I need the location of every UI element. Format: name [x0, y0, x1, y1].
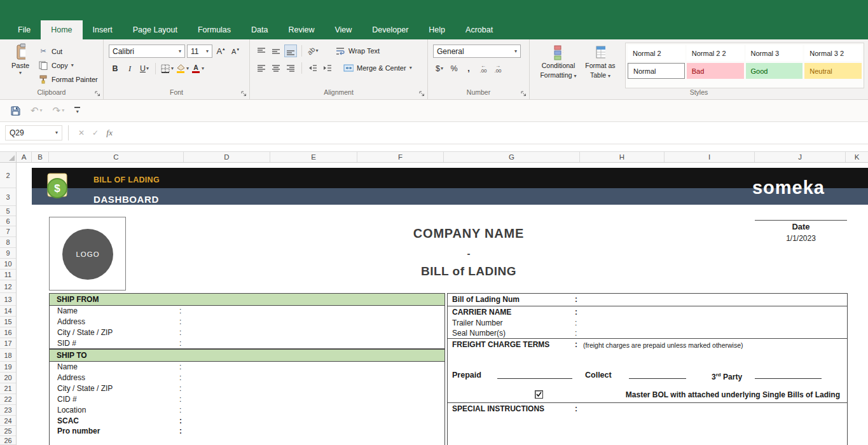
cell-style-neutral[interactable]: Neutral — [804, 63, 862, 79]
font-color-button[interactable]: A ▾ — [191, 62, 204, 75]
wrap-text-button[interactable]: Wrap Text — [335, 47, 380, 55]
row-header[interactable]: 18 — [0, 349, 16, 362]
formula-input[interactable] — [116, 125, 865, 140]
align-right-button[interactable] — [284, 62, 297, 74]
middle-align-button[interactable] — [270, 44, 282, 57]
column-header-i[interactable]: I — [665, 152, 755, 162]
format-as-table-button[interactable]: Format as Table ▾ — [579, 43, 621, 88]
decrease-indent-button[interactable] — [307, 62, 319, 74]
italic-button[interactable]: I — [123, 62, 136, 75]
number-format-select[interactable]: General ▾ — [433, 44, 521, 58]
format-painter-button[interactable]: Format Painter — [38, 74, 98, 85]
column-header-j[interactable]: J — [755, 152, 846, 162]
tab-view[interactable]: View — [324, 20, 362, 39]
column-header-e[interactable]: E — [270, 152, 357, 162]
row-header[interactable]: 17 — [0, 338, 16, 349]
column-header-g[interactable]: G — [444, 152, 580, 162]
orientation-button[interactable]: ab▾ — [307, 44, 319, 57]
align-left-button[interactable] — [255, 62, 268, 74]
tab-insert[interactable]: Insert — [83, 20, 123, 39]
cell-style-good[interactable]: Good — [746, 63, 803, 79]
borders-button[interactable]: ▾ — [160, 62, 174, 75]
column-header-h[interactable]: H — [580, 152, 665, 162]
undo-button[interactable]: ↶▾ — [27, 103, 46, 118]
cell-style-normal[interactable]: Normal — [628, 63, 685, 79]
master-bol-checkbox[interactable] — [535, 390, 543, 399]
row-header[interactable]: 20 — [0, 373, 16, 383]
decrease-font-button[interactable]: A▾ — [229, 45, 242, 58]
number-dialog-launcher[interactable] — [520, 90, 527, 97]
row-header[interactable]: 21 — [0, 383, 16, 394]
row-header[interactable]: 10 — [0, 259, 16, 270]
increase-decimal-button[interactable]: ←.00 — [477, 62, 490, 75]
row-header[interactable]: 16 — [0, 327, 16, 338]
tab-home[interactable]: Home — [41, 20, 82, 39]
row-header[interactable]: 5 — [0, 206, 16, 216]
font-dialog-launcher[interactable] — [240, 90, 247, 97]
font-size-select[interactable]: 11 ▾ — [187, 44, 212, 58]
row-header[interactable]: 12 — [0, 280, 16, 293]
font-name-select[interactable]: Calibri ▾ — [109, 44, 185, 58]
customize-qat-button[interactable]: ▾ — [71, 105, 84, 116]
accounting-format-button[interactable]: $▾ — [433, 62, 446, 75]
row-header[interactable]: 8 — [0, 237, 16, 248]
row-header[interactable]: 9 — [0, 248, 16, 259]
redo-button[interactable]: ↷▾ — [49, 103, 69, 118]
clipboard-dialog-launcher[interactable] — [93, 90, 101, 97]
row-header[interactable]: 26 — [0, 436, 16, 445]
prepaid-blank-line[interactable] — [497, 378, 572, 379]
select-all-corner[interactable] — [0, 152, 17, 162]
row-header[interactable]: 25 — [0, 426, 16, 436]
collect-blank-line[interactable] — [629, 378, 686, 379]
row-header[interactable]: 3 — [0, 188, 16, 206]
save-button[interactable] — [6, 104, 24, 118]
merge-center-button[interactable]: Merge & Center ▾ — [343, 64, 412, 72]
tab-data[interactable]: Data — [241, 20, 278, 39]
sheet-canvas[interactable]: $ BILL OF LADING DASHBOARD someka LOGO C… — [17, 163, 868, 445]
cancel-icon[interactable]: ✕ — [74, 128, 88, 137]
row-header[interactable]: 14 — [0, 306, 16, 317]
bold-button[interactable]: B — [109, 62, 121, 75]
column-header-f[interactable]: F — [357, 152, 444, 162]
row-header[interactable]: 23 — [0, 405, 16, 416]
copy-button[interactable]: Copy ▾ — [38, 60, 98, 71]
enter-icon[interactable]: ✓ — [88, 128, 102, 137]
cell-style-normal-2[interactable]: Normal 2 — [628, 45, 685, 61]
column-header-d[interactable]: D — [184, 152, 270, 162]
column-header-a[interactable]: A — [17, 152, 32, 162]
percent-style-button[interactable]: % — [448, 62, 460, 75]
third-party-blank-line[interactable] — [755, 378, 822, 379]
bottom-align-button[interactable] — [284, 44, 297, 57]
insert-function-button[interactable]: fx — [102, 128, 116, 138]
increase-indent-button[interactable] — [321, 62, 334, 74]
row-header[interactable]: 24 — [0, 416, 16, 426]
row-header[interactable]: 7 — [0, 226, 16, 237]
comma-style-button[interactable]: , — [462, 62, 475, 75]
tab-file[interactable]: File — [8, 20, 41, 39]
tab-page-layout[interactable]: Page Layout — [123, 20, 188, 39]
row-header[interactable]: 2 — [0, 163, 16, 188]
column-header-b[interactable]: B — [32, 152, 49, 162]
cut-button[interactable]: ✂ Cut — [38, 46, 98, 57]
tab-developer[interactable]: Developer — [362, 20, 418, 39]
tab-acrobat[interactable]: Acrobat — [455, 20, 503, 39]
cell-style-normal-2-2[interactable]: Normal 2 2 — [687, 45, 744, 61]
column-header-k[interactable]: K — [846, 152, 868, 162]
tab-review[interactable]: Review — [278, 20, 324, 39]
column-header-c[interactable]: C — [49, 152, 184, 162]
name-box[interactable]: Q29 ▾ — [5, 125, 62, 140]
underline-button[interactable]: U▾ — [138, 62, 151, 75]
decrease-decimal-button[interactable]: →.00 — [492, 62, 504, 75]
row-header[interactable]: 13 — [0, 293, 16, 306]
top-align-button[interactable] — [255, 44, 268, 57]
row-header[interactable]: 6 — [0, 216, 16, 226]
align-center-button[interactable] — [270, 62, 282, 74]
row-header[interactable]: 19 — [0, 362, 16, 373]
alignment-dialog-launcher[interactable] — [418, 90, 425, 97]
cell-style-normal-3[interactable]: Normal 3 — [746, 45, 803, 61]
cell-style-bad[interactable]: Bad — [687, 63, 744, 79]
row-header[interactable]: 15 — [0, 317, 16, 327]
tab-help[interactable]: Help — [418, 20, 455, 39]
paste-button[interactable]: Paste ▾ — [5, 43, 36, 88]
conditional-formatting-button[interactable]: ≠ Conditional Formatting ▾ — [537, 43, 579, 88]
